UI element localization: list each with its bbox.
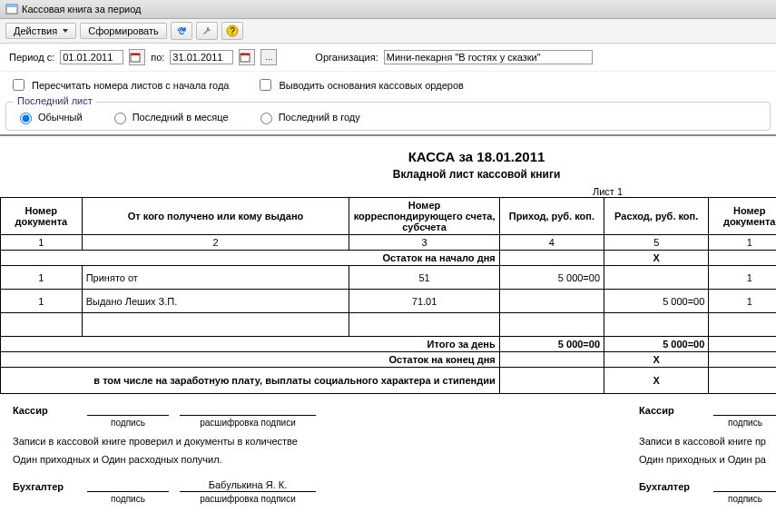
r1-desc: Принято от <box>82 266 349 290</box>
help-button[interactable]: ? <box>221 22 243 40</box>
cashier-sign-line2 <box>713 403 776 416</box>
sign-caption: подпись <box>87 418 169 428</box>
accountant-sign-line2 <box>713 479 776 492</box>
start-balance-x: Х <box>604 251 709 266</box>
th-income: Приход, руб. коп. <box>499 198 604 235</box>
period-to-label: по: <box>151 52 164 63</box>
r1-num2: 1 <box>709 266 776 290</box>
svg-text:?: ? <box>230 26 235 36</box>
recalc-checkbox[interactable] <box>13 79 25 91</box>
period-from-label: Период с: <box>9 52 54 63</box>
recalc-label: Пересчитать номера листов с начала года <box>32 80 229 91</box>
colnum-1: 1 <box>1 235 83 251</box>
output-basis-checkbox[interactable] <box>260 79 271 91</box>
r2-num: 1 <box>1 290 83 313</box>
sign-caption2: подпись <box>87 494 169 504</box>
th-fromto: От кого получено или кому выдано <box>82 198 349 235</box>
svg-rect-1 <box>6 5 17 7</box>
signatures: Кассир подпись расшифровка подписи Запис… <box>0 394 776 515</box>
end-balance-label: Остаток на конец дня <box>1 352 500 368</box>
salary-note2: в том числе на социал <box>709 368 776 394</box>
refresh-icon <box>175 25 188 37</box>
colnum-1b: 1 <box>709 235 776 251</box>
org-label: Организация: <box>315 52 378 63</box>
filter-row: Период с: по: … Организация: <box>0 44 776 72</box>
r2-acct: 71.01 <box>349 290 499 313</box>
svg-rect-7 <box>241 54 250 55</box>
generate-label: Сформировать <box>88 25 159 36</box>
r2-num2: 1 <box>709 290 776 313</box>
cashier-sign-line <box>87 403 169 416</box>
actions-label: Действия <box>14 25 57 36</box>
accountant-name: Бабулькина Я. К. <box>180 479 316 492</box>
generate-button[interactable]: Сформировать <box>80 23 167 39</box>
colnum-3: 3 <box>349 235 499 251</box>
cashier-decode-line <box>180 403 316 416</box>
org-input[interactable] <box>384 50 593 64</box>
calendar-to-button[interactable] <box>239 49 255 65</box>
r1-expense <box>604 266 709 290</box>
doc-subtitle: Вкладной лист кассовой книги <box>0 168 776 181</box>
period-to-input[interactable] <box>170 50 233 64</box>
toolbar: Действия Сформировать ? <box>0 19 776 44</box>
output-basis-label: Выводить основания кассовых ордеров <box>279 80 463 91</box>
ellipsis-button[interactable]: … <box>260 49 277 65</box>
radio-year-label: Последний в году <box>279 112 360 123</box>
r1-num: 1 <box>1 266 83 290</box>
chevron-down-icon <box>63 29 68 33</box>
colnum-5: 5 <box>604 235 709 251</box>
cashier-label2: Кассир <box>639 405 702 416</box>
doc-title: КАССА за 18.01.2011 <box>0 149 776 164</box>
accountant-label: Бухгалтер <box>13 481 76 492</box>
titlebar: Кассовая книга за период <box>0 0 776 19</box>
r1-acct: 51 <box>349 266 499 290</box>
radio-month[interactable] <box>114 113 126 124</box>
day-total-expense: 5 000=00 <box>604 337 709 352</box>
radio-month-label: Последний в месяце <box>133 112 229 123</box>
svg-rect-5 <box>131 54 140 55</box>
accountant-label2: Бухгалтер <box>639 481 702 492</box>
calendar-icon <box>130 52 141 63</box>
r2-expense: 5 000=00 <box>604 290 709 313</box>
salary-note: в том числе на заработную плату, выплаты… <box>1 368 500 394</box>
th-expense: Расход, руб. коп. <box>604 198 709 235</box>
colnum-2: 2 <box>82 235 349 251</box>
app-icon <box>5 3 18 15</box>
wrench-icon <box>201 25 213 37</box>
radio-normal[interactable] <box>20 113 32 124</box>
window-title: Кассовая книга за период <box>22 4 141 15</box>
day-total-label: Итого за день <box>1 337 500 352</box>
checkbox-row: Пересчитать номера листов с начала года … <box>0 72 776 98</box>
th-docnum: Номер документа <box>1 198 83 235</box>
group-title: Последний лист <box>14 95 96 106</box>
accountant-sign-line <box>87 479 169 492</box>
refresh-button[interactable] <box>171 22 192 40</box>
r2-income <box>499 290 604 313</box>
day-total-income: 5 000=00 <box>499 337 604 352</box>
th-acct: Номер корреспондирующего счета, субсчета <box>349 198 499 235</box>
verify-note2: Один приходных и Один расходных получил. <box>13 453 614 466</box>
sign-caption3: подпись <box>713 418 776 428</box>
th-docnum2: Номер документа <box>709 198 776 235</box>
document-area[interactable]: КАССА за 18.01.2011 Вкладной лист кассов… <box>0 134 776 515</box>
radio-normal-label: Обычный <box>38 112 83 123</box>
period-from-input[interactable] <box>60 50 123 64</box>
decode-caption: расшифровка подписи <box>180 418 316 428</box>
actions-button[interactable]: Действия <box>5 23 76 39</box>
settings-button[interactable] <box>196 22 218 40</box>
verify-note1: Записи в кассовой книге проверил и докум… <box>13 435 614 448</box>
end-balance-x: Х <box>604 352 709 368</box>
salary-x: Х <box>604 368 709 394</box>
decode-caption2: расшифровка подписи <box>180 494 316 504</box>
verify-note1b: Записи в кассовой книге пр <box>639 435 776 448</box>
start-balance-label: Остаток на начало дня <box>1 251 500 266</box>
cashier-label: Кассир <box>13 405 76 416</box>
sheet-number: Лист 1 <box>0 186 626 197</box>
sign-caption4: подпись <box>713 494 776 504</box>
last-sheet-group: Последний лист Обычный Последний в месяц… <box>5 102 771 131</box>
colnum-4: 4 <box>499 235 604 251</box>
kassa-table: Номер документа От кого получено или ком… <box>0 197 776 394</box>
radio-year[interactable] <box>260 113 272 124</box>
calendar-from-button[interactable] <box>129 49 145 65</box>
r1-income: 5 000=00 <box>499 266 604 290</box>
